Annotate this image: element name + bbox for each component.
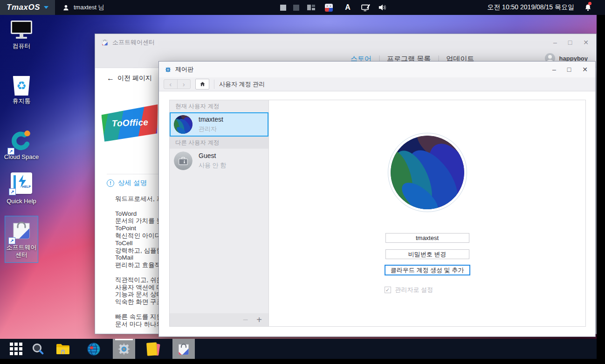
account-name: tmaxtest: [199, 116, 223, 123]
topbar-user-label: tmaxtest 님: [74, 3, 104, 12]
maximize-button[interactable]: □: [567, 66, 571, 73]
shortcut-arrow-icon: ↗: [9, 188, 16, 195]
toolbar-separator: [214, 80, 214, 89]
previous-page-link[interactable]: ← 이전 페이지: [107, 74, 152, 82]
cloud-space-icon: ↗: [9, 128, 34, 153]
desktop-icon-quick-help[interactable]: HELP ↗ Quick Help: [2, 172, 41, 205]
desktop-wallpaper[interactable]: 컴퓨터 ♻ 휴지통 ↗ Cloud Space HELP ↗: [0, 15, 597, 359]
notification-dot: [588, 2, 591, 5]
recycle-bin-icon: ♻: [13, 76, 30, 96]
back-button[interactable]: ‹: [164, 80, 178, 89]
forward-button[interactable]: ›: [178, 80, 191, 89]
control-panel-app-icon: [165, 66, 172, 73]
info-icon: !: [107, 179, 114, 187]
account-status: 관리자: [199, 125, 223, 133]
desktop-screen: TmaxOS tmaxtest 님 A 오전 10:50 2019/08/15 …: [0, 0, 605, 364]
admin-checkbox-label: 관리자로 설정: [395, 286, 433, 294]
accounts-sidebar: 현재 사용자 계정 tmaxtest 관리자 다른 사용자 계정: [170, 100, 269, 326]
notification-bell-icon[interactable]: [582, 0, 594, 15]
window-title: 소프트웨어센터: [112, 38, 155, 47]
volume-icon[interactable]: [377, 0, 389, 15]
taskbar-notes-button[interactable]: [142, 339, 164, 359]
taskbar-search-button[interactable]: [28, 339, 49, 359]
window-light-icon[interactable]: [280, 0, 286, 15]
control-panel-window: 제어판 – □ ✕ ‹ › 사용자 계정 관리: [158, 61, 596, 337]
maximize-button[interactable]: □: [568, 39, 572, 46]
cloud-account-button[interactable]: 클라우드 계정 생성 및 추가: [385, 265, 470, 275]
desktop-icon-label: 컴퓨터: [2, 42, 41, 50]
notes-icon: [146, 342, 160, 356]
software-center-icon: ↗: [10, 219, 33, 243]
taskbar-files-button[interactable]: [52, 339, 74, 359]
gear-icon: [117, 342, 131, 357]
account-status: 사용 안 함: [199, 161, 226, 170]
shortcut-arrow-icon: ↗: [8, 237, 15, 244]
quick-help-icon: HELP ↗: [11, 172, 32, 194]
desktop-icon-label: Quick Help: [2, 198, 41, 205]
desktop-icon-cloud-space[interactable]: ↗ Cloud Space: [2, 128, 41, 161]
breadcrumb: 사용자 계정 관리: [219, 80, 265, 89]
account-item-tmaxtest[interactable]: tmaxtest 관리자: [170, 112, 268, 137]
close-button[interactable]: ✕: [583, 39, 589, 46]
software-center-app-icon: [101, 39, 109, 46]
shortcut-arrow-icon: ↗: [7, 148, 14, 155]
taskbar-software-center-button[interactable]: [172, 339, 195, 359]
account-name: Guest: [199, 152, 226, 159]
top-menu-bar: TmaxOS tmaxtest 님 A 오전 10:50 2019/08/15 …: [0, 0, 605, 15]
tooffice-product-logo: ToOffice: [101, 104, 159, 142]
layout-tiles-icon[interactable]: [307, 0, 315, 15]
help-badge-label: HELP: [22, 185, 31, 188]
username-field[interactable]: tmaxtest: [385, 233, 469, 243]
other-accounts-header: 다른 사용자 계정: [170, 137, 268, 149]
sidebar-footer: − +: [170, 313, 268, 326]
display-settings-icon[interactable]: [360, 0, 372, 15]
taskbar: [0, 339, 597, 359]
globe-icon: [87, 342, 101, 356]
account-avatar: [174, 151, 192, 170]
control-panel-titlebar[interactable]: 제어판 – □ ✕: [159, 62, 595, 77]
chevron-down-icon: [44, 6, 48, 9]
current-account-header: 현재 사용자 계정: [170, 100, 268, 112]
previous-page-label: 이전 페이지: [117, 74, 152, 82]
control-panel-toolbar: ‹ › 사용자 계정 관리: [159, 77, 595, 91]
software-center-titlebar[interactable]: 소프트웨어센터 – □ ✕: [95, 34, 596, 51]
desktop-icon-computer[interactable]: 컴퓨터: [2, 21, 41, 50]
profile-picture[interactable]: [388, 133, 467, 212]
account-detail-pane: tmaxtest 비밀번호 변경 클라우드 계정 생성 및 추가 ✓ 관리자로 …: [269, 100, 585, 326]
taskbar-app-launcher-button[interactable]: [5, 339, 27, 359]
desktop-icon-software-center[interactable]: ↗ 소프트웨어 센터: [5, 216, 38, 263]
ime-color-icon[interactable]: [324, 0, 333, 15]
account-avatar: [174, 115, 192, 134]
window-title: 제어판: [175, 65, 193, 74]
search-icon: [31, 342, 45, 356]
account-item-guest[interactable]: Guest 사용 안 함: [170, 149, 268, 173]
folder-icon: [55, 343, 70, 356]
close-button[interactable]: ✕: [582, 66, 588, 73]
desktop-icon-label: 소프트웨어 센터: [6, 244, 37, 259]
minimize-button[interactable]: –: [552, 66, 556, 73]
add-account-button[interactable]: +: [256, 315, 262, 324]
remove-account-button[interactable]: −: [243, 315, 248, 324]
detail-section-title: 상세 설명: [118, 179, 147, 187]
software-center-icon: [177, 342, 191, 356]
back-arrow-icon: ←: [107, 74, 114, 82]
input-language-indicator[interactable]: A: [343, 0, 352, 15]
taskbar-browser-button[interactable]: [83, 339, 104, 359]
tmaxos-menu-button[interactable]: TmaxOS: [0, 0, 55, 15]
detail-section-header: ! 상세 설명: [107, 179, 147, 187]
clock[interactable]: 오전 10:50 2019/08/15 목요일: [487, 0, 574, 15]
taskbar-settings-button[interactable]: [113, 339, 135, 359]
desktop-icon-label: 휴지통: [2, 97, 41, 105]
tooffice-logo-text: ToOffice: [111, 117, 148, 129]
topbar-user-menu[interactable]: tmaxtest 님: [62, 0, 104, 15]
tmaxos-logo: TmaxOS: [7, 3, 40, 12]
admin-checkbox[interactable]: ✓: [385, 287, 391, 293]
change-password-button[interactable]: 비밀번호 변경: [385, 249, 469, 259]
window-dark-icon[interactable]: [293, 0, 299, 15]
user-accounts-panel: 현재 사용자 계정 tmaxtest 관리자 다른 사용자 계정: [169, 100, 586, 327]
user-icon: [62, 4, 69, 11]
minimize-button[interactable]: –: [553, 39, 557, 46]
home-button[interactable]: [195, 79, 209, 89]
home-icon: [199, 81, 206, 87]
desktop-icon-recycle-bin[interactable]: ♻ 휴지통: [2, 76, 41, 105]
